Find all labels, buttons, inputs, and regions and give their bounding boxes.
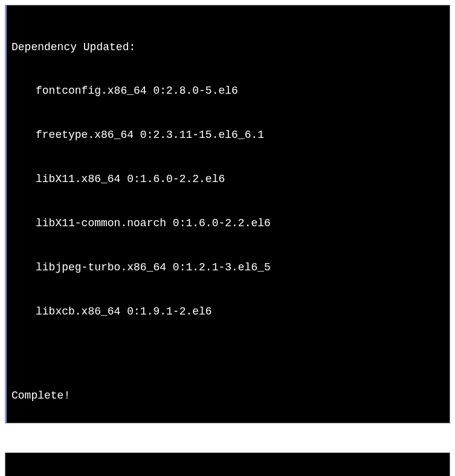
terminal-top: Dependency Updated: fontconfig.x86_64 0:… (5, 5, 450, 423)
dep-item: libX11-common.noarch 0:1.6.0-2.2.el6 (11, 216, 445, 230)
dep-item: libX11.x86_64 0:1.6.0-2.2.el6 (11, 172, 445, 186)
terminal-bottom[interactable]: [root@localhost bin]# yum -y install lib… (5, 452, 450, 476)
dep-updated-header: Dependency Updated: (11, 40, 445, 54)
dep-item: libjpeg-turbo.x86_64 0:1.2.1-3.el6_5 (11, 260, 445, 275)
dep-item: libxcb.x86_64 0:1.9.1-2.el6 (11, 304, 445, 319)
dep-item: freetype.x86_64 0:2.3.11-15.el6_6.1 (11, 128, 445, 142)
complete-msg: Complete! (11, 388, 445, 403)
dep-item: fontconfig.x86_64 0:2.8.0-5.el6 (11, 83, 445, 98)
